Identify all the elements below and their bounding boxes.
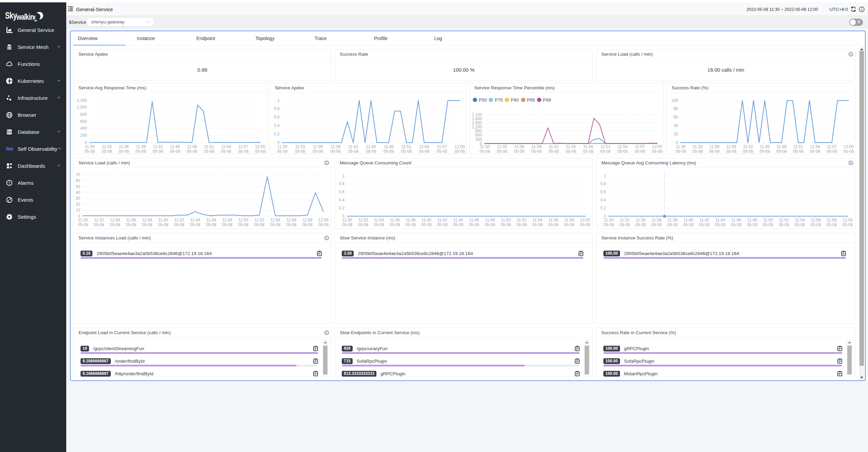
svg-text:11:40: 11:40 (684, 218, 693, 222)
svg-text:05-08: 05-08 (302, 222, 313, 227)
svg-text:11:33: 11:33 (295, 144, 305, 149)
svg-text:40: 40 (76, 190, 81, 195)
svg-text:11:42: 11:42 (153, 144, 163, 149)
svg-text:11:39: 11:39 (532, 144, 542, 149)
svg-text:05-08: 05-08 (401, 149, 412, 154)
svg-text:11:51: 11:51 (402, 144, 411, 149)
svg-text:05-08: 05-08 (366, 149, 376, 154)
svg-text:11:38: 11:38 (668, 218, 677, 222)
svg-text:05-08: 05-08 (102, 149, 112, 154)
svg-text:05-08: 05-08 (760, 149, 770, 154)
svg-text:05-08: 05-08 (126, 222, 136, 227)
svg-text:05-08: 05-08 (683, 222, 694, 227)
svg-text:05-08: 05-08 (204, 149, 214, 154)
svg-text:05-08: 05-08 (170, 149, 180, 154)
svg-text:05-08: 05-08 (358, 222, 368, 227)
svg-text:50: 50 (76, 184, 81, 189)
svg-text:05-08: 05-08 (715, 222, 726, 227)
svg-text:11:40: 11:40 (422, 218, 431, 222)
svg-text:0.4: 0.4 (339, 198, 344, 202)
svg-text:05-08: 05-08 (453, 222, 463, 227)
svg-text:11:39: 11:39 (136, 144, 146, 149)
svg-text:05-08: 05-08 (384, 149, 394, 154)
svg-text:11:38: 11:38 (142, 218, 152, 222)
svg-text:11:54: 11:54 (795, 218, 805, 222)
svg-text:11:30: 11:30 (78, 218, 88, 222)
svg-text:11:56: 11:56 (548, 218, 558, 222)
svg-text:05-08: 05-08 (709, 149, 720, 154)
svg-text:05-08: 05-08 (531, 149, 542, 154)
svg-text:11:51: 11:51 (793, 144, 803, 149)
svg-text:11:50: 11:50 (763, 218, 773, 222)
svg-text:05-08: 05-08 (153, 149, 163, 154)
svg-text:11:54: 11:54 (532, 218, 542, 222)
svg-text:12:00: 12:00 (255, 144, 265, 149)
svg-text:0.8: 0.8 (339, 181, 344, 186)
svg-text:11:30: 11:30 (480, 144, 490, 149)
svg-text:11:48: 11:48 (485, 218, 495, 222)
svg-text:11:36: 11:36 (390, 218, 400, 222)
svg-text:11:51: 11:51 (600, 144, 610, 149)
svg-text:05-08: 05-08 (810, 149, 820, 154)
svg-text:1: 1 (277, 98, 280, 103)
svg-text:11:54: 11:54 (419, 144, 429, 149)
svg-text:0.2: 0.2 (274, 132, 280, 137)
svg-text:1,000: 1,000 (77, 105, 87, 110)
svg-text:11:57: 11:57 (635, 144, 645, 149)
svg-text:11:58: 11:58 (302, 218, 312, 222)
svg-text:11:54: 11:54 (810, 144, 820, 149)
svg-text:60: 60 (674, 115, 678, 120)
svg-text:11:33: 11:33 (497, 144, 507, 149)
svg-text:11:39: 11:39 (726, 144, 736, 149)
svg-text:11:38: 11:38 (406, 218, 415, 222)
svg-text:11:40: 11:40 (158, 218, 168, 222)
svg-text:0.8: 0.8 (274, 106, 280, 111)
svg-text:05-08: 05-08 (221, 149, 231, 154)
svg-text:800: 800 (80, 112, 87, 117)
svg-text:05-08: 05-08 (635, 222, 646, 227)
svg-text:11:30: 11:30 (604, 218, 614, 222)
svg-text:0.6: 0.6 (274, 115, 280, 120)
svg-text:11:48: 11:48 (187, 144, 197, 149)
svg-text:11:54: 11:54 (270, 218, 280, 222)
svg-text:05-08: 05-08 (480, 149, 490, 154)
svg-text:11:34: 11:34 (374, 218, 384, 222)
svg-text:P99: P99 (543, 97, 551, 103)
svg-text:05-08: 05-08 (566, 149, 576, 154)
svg-text:1: 1 (342, 174, 344, 178)
svg-text:11:46: 11:46 (206, 218, 216, 222)
svg-text:11:57: 11:57 (437, 144, 447, 149)
svg-text:20: 20 (76, 202, 81, 207)
svg-text:05-08: 05-08 (617, 149, 628, 154)
svg-text:05-08: 05-08 (421, 222, 432, 227)
svg-text:11:36: 11:36 (652, 218, 661, 222)
svg-text:P90: P90 (511, 97, 519, 103)
svg-text:05-08: 05-08 (437, 149, 447, 154)
svg-text:0.2: 0.2 (339, 206, 344, 211)
svg-text:11:39: 11:39 (331, 144, 340, 149)
svg-text:11:44: 11:44 (190, 218, 200, 222)
svg-text:P95: P95 (527, 97, 535, 103)
svg-text:05-08: 05-08 (374, 222, 384, 227)
svg-text:11:57: 11:57 (827, 144, 837, 149)
svg-text:11:32: 11:32 (358, 218, 368, 222)
svg-text:12:00: 12:00 (455, 144, 465, 149)
svg-text:11:44: 11:44 (715, 218, 725, 222)
svg-text:11:30: 11:30 (277, 144, 287, 149)
svg-text:11:48: 11:48 (747, 218, 757, 222)
svg-text:05-08: 05-08 (532, 222, 543, 227)
svg-text:11:42: 11:42 (437, 218, 447, 222)
svg-text:05-08: 05-08 (136, 149, 146, 154)
svg-text:11:45: 11:45 (760, 144, 769, 149)
svg-text:05-08: 05-08 (776, 149, 787, 154)
svg-text:11:57: 11:57 (238, 144, 248, 149)
svg-text:05-08: 05-08 (620, 222, 630, 227)
svg-text:05-08: 05-08 (254, 222, 265, 227)
svg-text:11:58: 11:58 (827, 218, 837, 222)
svg-text:05-08: 05-08 (485, 222, 495, 227)
svg-text:10: 10 (76, 208, 81, 213)
svg-text:05-08: 05-08 (342, 222, 353, 227)
svg-text:0.8: 0.8 (600, 181, 606, 186)
svg-text:11:52: 11:52 (779, 218, 789, 222)
svg-text:0.6: 0.6 (339, 189, 344, 194)
